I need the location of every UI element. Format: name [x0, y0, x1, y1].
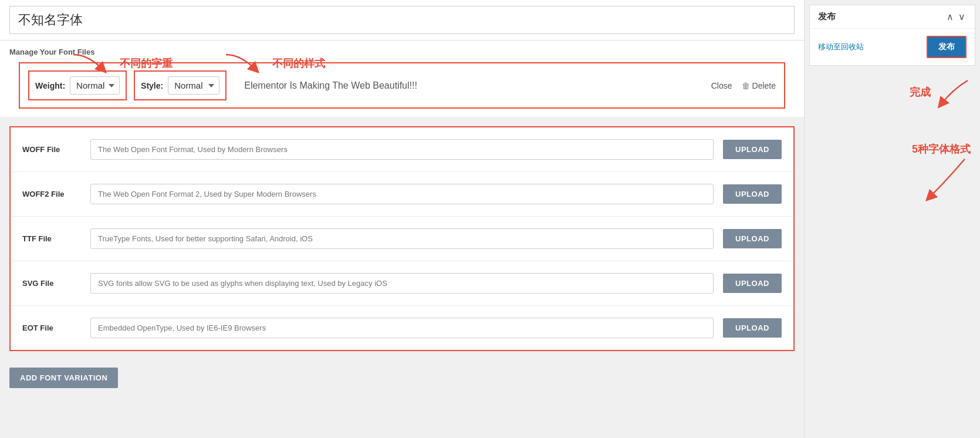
publish-body: 移动至回收站 发布 [810, 29, 975, 65]
style-group: Style: Normal Italic Oblique [134, 70, 227, 100]
eot-upload-button[interactable]: UPLOAD [723, 318, 782, 338]
publish-header: 发布 ∧ ∨ [810, 5, 975, 29]
svg-input[interactable] [90, 273, 714, 294]
publish-title: 发布 [818, 11, 836, 22]
done-annotation: 完成 [910, 85, 931, 99]
weight-group: Weight: Normal 100200300 400500600 70080… [28, 70, 127, 100]
trash-icon: 🗑 [742, 81, 750, 90]
publish-toggle-icons: ∧ ∨ [945, 11, 967, 22]
woff-file-row: WOFF File UPLOAD [11, 127, 793, 172]
collapse-icon[interactable]: ∧ [945, 11, 955, 22]
weight-select[interactable]: Normal 100200300 400500600 700800900 [70, 76, 120, 95]
formats-annotation: 5种字体格式 [912, 142, 971, 156]
svg-file-row: SVG File UPLOAD [11, 261, 793, 306]
manage-title: Manage Your Font Files [9, 48, 795, 56]
style-select[interactable]: Normal Italic Oblique [168, 76, 219, 95]
delete-label: Delete [752, 81, 776, 90]
font-files-section: WOFF File UPLOAD WOFF2 File UPLOAD TTF F… [9, 126, 795, 351]
weight-label: Weight: [35, 81, 65, 90]
woff-upload-button[interactable]: UPLOAD [723, 140, 782, 159]
formats-arrow-icon [924, 156, 971, 203]
woff-input[interactable] [90, 139, 714, 160]
eot-input[interactable] [90, 318, 714, 338]
ttf-upload-button[interactable]: UPLOAD [723, 229, 782, 248]
svg-upload-button[interactable]: UPLOAD [723, 274, 782, 293]
font-name-input[interactable] [9, 6, 795, 34]
move-to-trash-button[interactable]: 移动至回收站 [818, 42, 864, 52]
eot-file-row: EOT File UPLOAD [11, 306, 793, 350]
style-label: Style: [141, 81, 163, 90]
sidebar: 发布 ∧ ∨ 移动至回收站 发布 完成 [804, 0, 980, 438]
woff2-upload-button[interactable]: UPLOAD [723, 184, 782, 204]
svg-label: SVG File [22, 279, 81, 288]
woff2-input[interactable] [90, 184, 714, 204]
variation-row: Weight: Normal 100200300 400500600 70080… [19, 62, 785, 109]
woff2-file-row: WOFF2 File UPLOAD [11, 172, 793, 217]
ttf-input[interactable] [90, 228, 714, 249]
woff2-label: WOFF2 File [22, 190, 81, 198]
woff-label: WOFF File [22, 145, 81, 154]
done-arrow-icon [935, 78, 971, 107]
publish-button[interactable]: 发布 [927, 36, 967, 58]
preview-text: Elementor Is Making The Web Beautiful!!! [244, 80, 711, 91]
eot-label: EOT File [22, 324, 81, 332]
add-variation-button[interactable]: ADD FONT VARIATION [9, 368, 118, 388]
ttf-label: TTF File [22, 234, 81, 243]
publish-panel: 发布 ∧ ∨ 移动至回收站 发布 [809, 5, 975, 66]
delete-button[interactable]: 🗑 Delete [742, 81, 776, 90]
expand-icon[interactable]: ∨ [957, 11, 967, 22]
ttf-file-row: TTF File UPLOAD [11, 217, 793, 261]
close-button[interactable]: Close [711, 81, 732, 90]
